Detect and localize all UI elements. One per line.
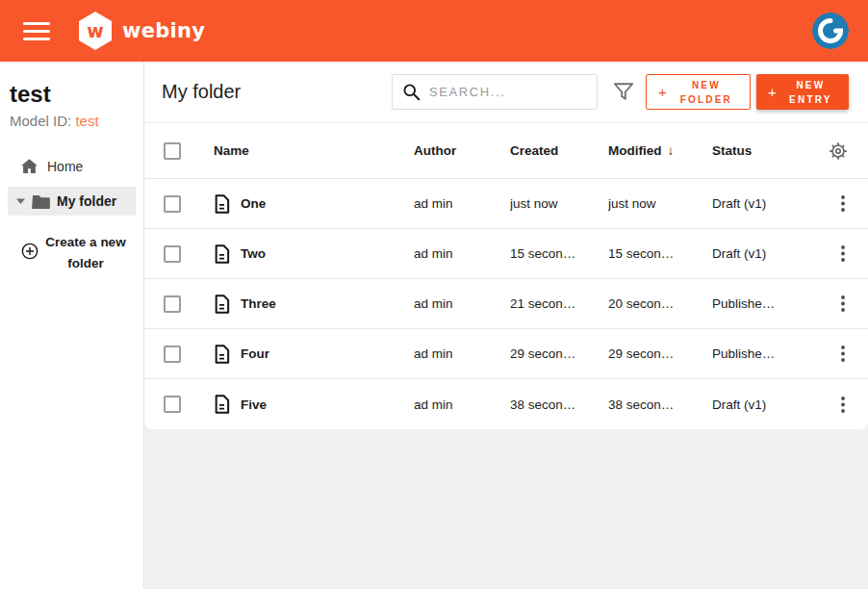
top-app-bar: w webiny bbox=[0, 0, 868, 62]
sort-descending-icon: ↓ bbox=[668, 143, 675, 158]
cell-author: ad min bbox=[414, 296, 510, 311]
content-toolbar: My folder + bbox=[144, 62, 868, 123]
gear-icon bbox=[828, 141, 849, 162]
svg-text:w: w bbox=[87, 20, 104, 41]
select-all-checkbox[interactable] bbox=[164, 142, 181, 160]
app-window: w webiny test Model ID: test Home bbox=[0, 0, 868, 589]
cell-status: Publishe… bbox=[712, 296, 824, 311]
create-new-folder-button[interactable]: Create a new folder bbox=[21, 231, 143, 273]
kebab-menu-icon bbox=[841, 397, 845, 413]
create-folder-label: Create a new folder bbox=[45, 232, 126, 273]
cell-created: 21 secon… bbox=[510, 296, 608, 311]
cell-author: ad min bbox=[414, 397, 510, 412]
cell-status: Draft (v1) bbox=[712, 397, 824, 412]
cell-status: Draft (v1) bbox=[712, 196, 824, 211]
cell-author: ad min bbox=[414, 196, 510, 211]
model-id-label: Model ID: bbox=[10, 113, 71, 129]
document-icon bbox=[214, 345, 230, 364]
cell-created: 29 secon… bbox=[510, 346, 608, 361]
column-header-name[interactable]: Name bbox=[214, 143, 414, 158]
folder-tree: Home My folder Create a ne bbox=[0, 152, 143, 273]
table-row[interactable]: One ad min just now just now Draft (v1) bbox=[144, 179, 868, 229]
cell-modified: 38 secon… bbox=[608, 397, 712, 412]
document-icon bbox=[214, 294, 230, 314]
model-id-line: Model ID: test bbox=[0, 113, 143, 129]
folder-icon bbox=[32, 194, 50, 209]
search-box[interactable] bbox=[392, 74, 598, 110]
plus-icon: + bbox=[764, 84, 780, 100]
webiny-hexagon-icon: w bbox=[77, 11, 114, 51]
row-menu-button[interactable] bbox=[841, 346, 868, 362]
table-row[interactable]: Three ad min 21 secon… 20 secon… Publish… bbox=[144, 279, 868, 329]
model-title: test bbox=[0, 81, 143, 108]
page-title: My folder bbox=[162, 81, 241, 103]
column-header-modified[interactable]: Modified ↓ bbox=[608, 143, 712, 158]
kebab-menu-icon bbox=[841, 195, 845, 212]
row-menu-button[interactable] bbox=[841, 295, 868, 312]
sidebar: test Model ID: test Home bbox=[0, 62, 144, 589]
row-checkbox[interactable] bbox=[164, 245, 181, 263]
entry-name-cell: Five bbox=[214, 395, 414, 414]
chevron-down-icon bbox=[16, 198, 25, 204]
row-menu-button[interactable] bbox=[841, 245, 868, 262]
cell-modified: 20 secon… bbox=[608, 296, 712, 311]
kebab-menu-icon bbox=[841, 295, 845, 312]
filter-funnel-icon bbox=[613, 82, 634, 102]
main-content: My folder + bbox=[144, 62, 868, 589]
cell-author: ad min bbox=[414, 246, 510, 261]
table-settings-button[interactable] bbox=[828, 141, 868, 162]
hamburger-menu-icon[interactable] bbox=[23, 22, 50, 40]
search-input[interactable] bbox=[429, 85, 574, 99]
cell-created: 15 secon… bbox=[510, 246, 608, 261]
cell-author: ad min bbox=[414, 346, 510, 361]
sidebar-item-home[interactable]: Home bbox=[0, 152, 143, 181]
sidebar-item-label: Home bbox=[47, 159, 83, 174]
filter-button[interactable] bbox=[613, 82, 634, 102]
row-checkbox[interactable] bbox=[164, 346, 181, 363]
row-checkbox[interactable] bbox=[164, 295, 181, 313]
new-entry-button[interactable]: + NEW ENTRY bbox=[756, 74, 849, 110]
document-icon bbox=[214, 244, 230, 264]
model-id-value[interactable]: test bbox=[75, 113, 98, 129]
home-icon bbox=[21, 159, 38, 174]
cell-created: 38 secon… bbox=[510, 397, 608, 412]
kebab-menu-icon bbox=[841, 346, 845, 362]
row-checkbox[interactable] bbox=[164, 195, 181, 213]
new-folder-button[interactable]: + NEW FOLDER bbox=[646, 74, 751, 110]
row-menu-button[interactable] bbox=[841, 195, 868, 212]
row-checkbox[interactable] bbox=[164, 396, 181, 413]
column-header-created[interactable]: Created bbox=[510, 143, 608, 158]
document-icon bbox=[214, 395, 230, 414]
entries-card: My folder + bbox=[144, 62, 868, 429]
row-menu-button[interactable] bbox=[841, 397, 868, 413]
document-icon bbox=[214, 194, 230, 214]
column-header-status[interactable]: Status bbox=[712, 143, 824, 158]
kebab-menu-icon bbox=[841, 245, 845, 262]
sidebar-item-my-folder[interactable]: My folder bbox=[8, 187, 136, 216]
table-row[interactable]: Two ad min 15 secon… 15 secon… Draft (v1… bbox=[144, 229, 868, 279]
table-header-row: Name Author Created Modified ↓ Status bbox=[144, 123, 868, 179]
cell-modified: 15 secon… bbox=[608, 246, 712, 261]
entry-name-cell: Three bbox=[214, 294, 414, 314]
brand-name: webiny bbox=[122, 19, 205, 42]
table-row[interactable]: Four ad min 29 secon… 29 secon… Publishe… bbox=[144, 329, 868, 379]
table-row[interactable]: Five ad min 38 secon… 38 secon… Draft (v… bbox=[144, 379, 868, 429]
webiny-logo[interactable]: w webiny bbox=[77, 11, 205, 51]
user-avatar[interactable] bbox=[812, 13, 849, 49]
plus-circle-icon bbox=[21, 243, 38, 260]
cell-status: Draft (v1) bbox=[712, 246, 824, 261]
plus-icon: + bbox=[654, 84, 671, 100]
entry-name-cell: Two bbox=[214, 244, 414, 264]
cell-created: just now bbox=[510, 196, 608, 211]
search-icon bbox=[402, 83, 421, 101]
new-folder-label: NEW FOLDER bbox=[671, 78, 742, 107]
new-entry-label: NEW ENTRY bbox=[780, 78, 841, 107]
entry-name-cell: Four bbox=[214, 345, 414, 364]
column-header-author[interactable]: Author bbox=[414, 143, 510, 158]
entry-name-cell: One bbox=[214, 194, 414, 214]
sidebar-item-label: My folder bbox=[57, 193, 116, 209]
cell-status: Publishe… bbox=[712, 346, 824, 361]
cell-modified: just now bbox=[608, 196, 712, 211]
cell-modified: 29 secon… bbox=[608, 346, 712, 361]
